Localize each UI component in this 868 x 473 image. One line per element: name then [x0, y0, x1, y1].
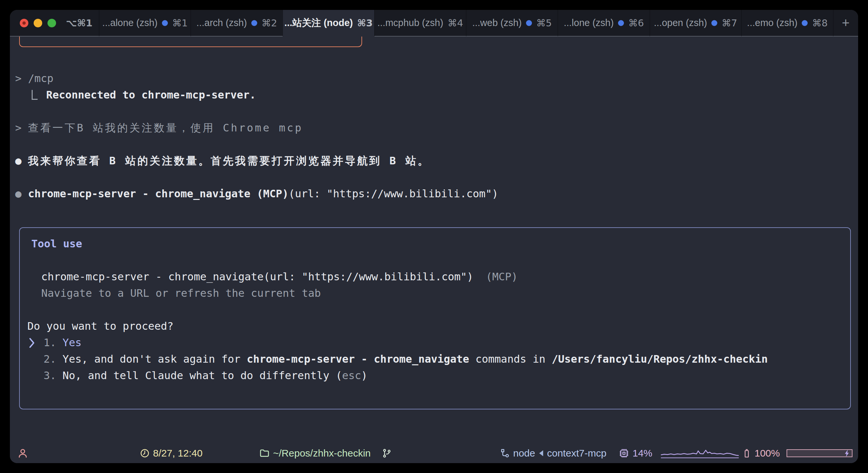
bullet-icon: ● [15, 185, 28, 202]
dialog-call: chrome-mcp-server - chrome_navigate(url:… [41, 270, 473, 283]
datetime-text: 8/27, 12:40 [153, 448, 203, 459]
activity-dot [711, 20, 717, 26]
option-number: 3. [43, 369, 56, 382]
dialog-option-no[interactable]: 3.No, and tell Claude what to do differe… [43, 367, 367, 384]
prompt-caret: > [15, 120, 28, 136]
option-text: No, and tell Claude what to do different… [63, 369, 342, 382]
option-text: ) [361, 369, 367, 382]
option-text: Yes, and don't ask again for [63, 353, 247, 365]
user-indicator [17, 443, 28, 463]
cpu-sparkline-graph [660, 447, 739, 460]
git-branch-icon [382, 448, 392, 458]
option-esc-key: esc [342, 369, 361, 382]
tab-strip: ...alone (zsh) ⌘1 ...arch (zsh) ⌘2 ...站关… [99, 10, 833, 37]
window-controls: ⌥⌘1 [10, 10, 99, 37]
dialog-option-yes[interactable]: 1.Yes [43, 334, 82, 351]
lightning-bolt-icon [843, 448, 851, 459]
git-indicator [382, 443, 392, 463]
activity-dot [251, 20, 257, 26]
tool-call-name: chrome-mcp-server - chrome_navigate (MCP… [28, 188, 288, 200]
directory-text: ~/Repos/zhhx-checkin [273, 448, 371, 459]
option-number: 2. [43, 353, 56, 365]
option-path: /Users/fancyliu/Repos/zhhx-checkin [552, 353, 768, 365]
tab-alone[interactable]: ...alone (zsh) ⌘1 [99, 10, 191, 37]
tab-bilibili-follow-active[interactable]: ...站关注 (node) ⌘3 [283, 10, 374, 37]
tool-use-dialog: Tool use chrome-mcp-server - chrome_navi… [19, 227, 851, 409]
activity-dot [618, 20, 624, 26]
tab-arch[interactable]: ...arch (zsh) ⌘2 [191, 10, 282, 37]
battery-level-bar [786, 449, 852, 457]
person-icon [17, 448, 28, 459]
process-indicator: node context7-mcp [500, 443, 607, 463]
new-tab-button[interactable]: + [833, 10, 858, 37]
dialog-title: Tool use [31, 236, 82, 252]
iterm-window: ⌥⌘1 ...alone (zsh) ⌘1 ...arch (zsh) ⌘2 .… [10, 10, 858, 463]
folder-icon [259, 448, 270, 459]
tab-emo[interactable]: ...emo (zsh) ⌘8 [741, 10, 833, 37]
separator-triangle-icon [539, 450, 543, 456]
directory-indicator: ~/Repos/zhhx-checkin [259, 443, 371, 463]
fullscreen-button[interactable] [48, 19, 56, 27]
close-button[interactable] [20, 19, 28, 27]
slash-command-line: >/mcp [15, 70, 851, 87]
cpu-percent-text: 14% [632, 448, 652, 459]
process-tree-icon [500, 448, 510, 458]
bullet-icon: ● [15, 153, 28, 169]
cpu-indicator: 14% [619, 443, 739, 463]
tool-call-args: (url: "https://www.bilibili.com") [288, 188, 498, 200]
activity-dot [802, 20, 808, 26]
dialog-option-yes-dont-ask[interactable]: 2.Yes, and don't ask again for chrome-mc… [43, 351, 768, 367]
option-text: commands in [469, 353, 552, 365]
activity-dot [526, 20, 532, 26]
dialog-call-line: chrome-mcp-server - chrome_navigate(url:… [41, 268, 518, 285]
process-name: node [513, 448, 535, 459]
terminal-content: >/mcp Reconnected to chrome-mcp-server. … [10, 37, 858, 443]
selected-option-chevron-icon [28, 337, 36, 349]
battery-percent-text: 100% [754, 448, 780, 459]
result-corner-icon [32, 90, 38, 100]
slash-command: /mcp [28, 72, 54, 85]
mcp-server-name: context7-mcp [547, 448, 607, 459]
prompt-input-box-partial [19, 37, 362, 47]
user-prompt-text: 查看一下B 站我的关注数量，使用 Chrome mcp [28, 122, 303, 134]
dialog-question: Do you want to proceed? [27, 318, 174, 334]
minimize-button[interactable] [34, 19, 42, 27]
tool-call-line: ●chrome-mcp-server - chrome_navigate (MC… [15, 185, 851, 202]
command-result-line: Reconnected to chrome-mcp-server. [15, 87, 851, 103]
activity-dot [162, 20, 168, 26]
cpu-chip-icon [619, 448, 629, 459]
tab-lone[interactable]: ...lone (zsh) ⌘6 [558, 10, 649, 37]
tab-open[interactable]: ...open (zsh) ⌘7 [650, 10, 741, 37]
prompt-caret: > [15, 70, 28, 87]
option-label: Yes [63, 336, 82, 349]
tab-web[interactable]: ...web (zsh) ⌘5 [466, 10, 558, 37]
unsaved-dot [23, 22, 26, 25]
option-number: 1. [43, 336, 56, 349]
dialog-description: Navigate to a URL or refresh the current… [41, 285, 321, 301]
option-tool-name: chrome-mcp-server - chrome_navigate [247, 353, 469, 365]
window-shortcut-label: ⌥⌘1 [66, 18, 93, 29]
tab-mcphub[interactable]: ...mcphub (zsh) ⌘4 [374, 10, 466, 37]
clock-icon [140, 448, 150, 458]
charging-indicator [843, 443, 851, 463]
tab-bar: ⌥⌘1 ...alone (zsh) ⌘1 ...arch (zsh) ⌘2 .… [10, 10, 858, 37]
command-result-text: Reconnected to chrome-mcp-server. [46, 89, 256, 101]
battery-indicator: 100% [742, 443, 852, 463]
assistant-message-text: 我来帮你查看 B 站的关注数量。首先我需要打开浏览器并导航到 B 站。 [28, 155, 430, 167]
datetime-indicator: 8/27, 12:40 [140, 443, 203, 463]
user-prompt-line: >查看一下B 站我的关注数量，使用 Chrome mcp [15, 120, 851, 136]
status-bar: 8/27, 12:40 ~/Repos/zhhx-checkin node co… [10, 443, 858, 463]
assistant-message-line: ●我来帮你查看 B 站的关注数量。首先我需要打开浏览器并导航到 B 站。 [15, 153, 851, 169]
battery-icon [742, 448, 751, 459]
dialog-call-tag: (MCP) [486, 270, 518, 283]
